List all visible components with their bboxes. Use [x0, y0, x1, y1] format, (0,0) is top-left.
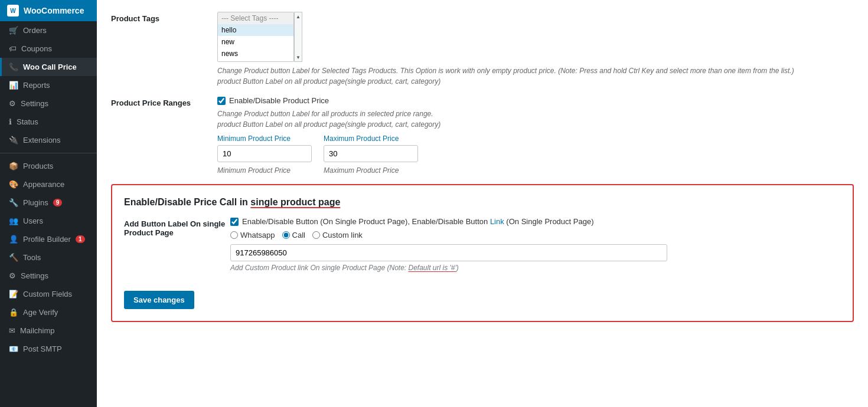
product-price-ranges-field: Enable/Disable Product Price Change Prod…: [217, 96, 854, 175]
sidebar-item-profile-builder[interactable]: 👤 Profile Builder 1: [0, 230, 97, 248]
single-product-title-underline: single product page: [250, 197, 340, 207]
coupons-icon: 🏷: [9, 44, 17, 53]
radio-custom-link-label[interactable]: Custom link: [322, 231, 363, 239]
single-product-title: Enable/Disable Price Call in single prod…: [124, 197, 841, 208]
tag-news-option[interactable]: news: [218, 48, 293, 60]
enable-disable-button-label: Enable/Disable Button (On Single Product…: [242, 217, 593, 226]
sidebar-item-orders[interactable]: 🛒 Orders: [0, 21, 97, 40]
content-area: Product Tags --- Select Tags ---- hello …: [97, 0, 868, 407]
plugins-icon: 🔧: [9, 198, 18, 207]
select-placeholder-option[interactable]: --- Select Tags ----: [218, 12, 293, 24]
max-price-input[interactable]: [324, 145, 418, 162]
add-button-section-label: Add Button Label On single Product Page: [124, 217, 230, 237]
sidebar-item-age-verify[interactable]: 🔒 Age Verify: [0, 303, 97, 321]
add-button-label-row: Add Button Label On single Product Page …: [124, 217, 841, 272]
save-changes-button[interactable]: Save changes: [124, 291, 194, 309]
users-icon: 👥: [9, 216, 18, 225]
tag-hello-option[interactable]: hello: [218, 24, 293, 36]
select-tags-list[interactable]: --- Select Tags ---- hello new news: [217, 12, 294, 62]
profile-builder-icon: 👤: [9, 235, 18, 244]
sidebar-item-coupons[interactable]: 🏷 Coupons: [0, 40, 97, 58]
radio-call: Call: [282, 231, 305, 239]
enable-disable-button-row: Enable/Disable Button (On Single Product…: [230, 217, 841, 226]
reports-icon: 📊: [9, 81, 18, 90]
select-tags-container: --- Select Tags ---- hello new news ▲ ▼: [217, 12, 854, 62]
sidebar-item-extensions[interactable]: 🔌 Extensions: [0, 131, 97, 149]
enable-disable-button-checkbox[interactable]: [230, 218, 239, 226]
sidebar: W WooCommerce 🛒 Orders 🏷 Coupons 📞 Woo C…: [0, 0, 97, 407]
radio-options-row: Whatsapp Call Custom link: [230, 231, 841, 239]
single-product-title-text: Enable/Disable Price Call in single prod…: [124, 197, 340, 207]
woo-call-price-icon: 📞: [9, 63, 18, 71]
radio-whatsapp-input[interactable]: [230, 231, 238, 239]
plugins-badge: 9: [53, 199, 63, 206]
sidebar-item-status[interactable]: ℹ Status: [0, 113, 97, 131]
max-price-group: Maximum Product Price Maximum Product Pr…: [324, 134, 418, 175]
sidebar-item-woo-call-price[interactable]: 📞 Woo Call Price: [0, 58, 97, 76]
add-button-section-field: Enable/Disable Button (On Single Product…: [230, 217, 841, 272]
price-inputs-container: Minimum Product Price Minimum Product Pr…: [217, 134, 854, 175]
settings2-icon: ⚙: [9, 271, 16, 280]
sidebar-item-custom-fields[interactable]: 📝 Custom Fields: [0, 285, 97, 303]
sidebar-item-reports[interactable]: 📊 Reports: [0, 76, 97, 94]
sidebar-header[interactable]: W WooCommerce: [0, 0, 97, 21]
radio-whatsapp: Whatsapp: [230, 231, 275, 239]
status-icon: ℹ: [9, 117, 12, 126]
settings-icon: ⚙: [9, 99, 16, 108]
min-price-hint: Minimum Product Price: [217, 166, 312, 175]
sidebar-item-settings[interactable]: ⚙ Settings: [0, 94, 97, 113]
max-price-hint: Maximum Product Price: [324, 166, 418, 175]
link-text-label: Link: [490, 217, 504, 226]
min-price-group: Minimum Product Price Minimum Product Pr…: [217, 134, 312, 175]
woocommerce-icon: W: [7, 5, 19, 17]
product-tags-row: Product Tags --- Select Tags ---- hello …: [111, 12, 854, 87]
orders-icon: 🛒: [9, 26, 18, 35]
product-tags-field: --- Select Tags ---- hello new news ▲ ▼ …: [217, 12, 854, 87]
post-smtp-icon: 📧: [9, 344, 18, 353]
phone-hint-text: Add Custom Product link On single Produc…: [230, 264, 841, 272]
sidebar-item-users[interactable]: 👥 Users: [0, 212, 97, 230]
price-ranges-checkbox[interactable]: [217, 97, 226, 105]
tags-scrollbar[interactable]: ▲ ▼: [294, 12, 302, 62]
max-price-label: Maximum Product Price: [324, 134, 418, 143]
tag-new-option[interactable]: new: [218, 36, 293, 48]
main-content: Product Tags --- Select Tags ---- hello …: [97, 0, 868, 407]
sidebar-item-appearance[interactable]: 🎨 Appearance: [0, 175, 97, 193]
radio-call-input[interactable]: [282, 231, 290, 239]
products-icon: 📦: [9, 162, 18, 170]
product-price-ranges-label: Product Price Ranges: [111, 96, 217, 107]
sidebar-item-mailchimp[interactable]: ✉ Mailchimp: [0, 321, 97, 340]
age-verify-icon: 🔒: [9, 308, 18, 317]
sidebar-brand-name: WooCommerce: [24, 6, 84, 15]
radio-custom-link-input[interactable]: [312, 231, 320, 239]
tools-icon: 🔨: [9, 253, 18, 262]
min-price-input[interactable]: [217, 145, 312, 162]
phone-number-input[interactable]: [230, 244, 667, 261]
custom-fields-icon: 📝: [9, 290, 18, 298]
sidebar-item-tools[interactable]: 🔨 Tools: [0, 248, 97, 267]
sidebar-item-post-smtp[interactable]: 📧 Post SMTP: [0, 340, 97, 358]
sidebar-item-products[interactable]: 📦 Products: [0, 157, 97, 175]
product-tags-description: Change Product button Label for Selected…: [217, 65, 854, 87]
radio-whatsapp-label[interactable]: Whatsapp: [240, 231, 275, 239]
scroll-up-arrow[interactable]: ▲: [294, 12, 302, 21]
single-product-section: Enable/Disable Price Call in single prod…: [111, 184, 854, 322]
min-price-label: Minimum Product Price: [217, 134, 312, 143]
sidebar-item-plugins[interactable]: 🔧 Plugins 9: [0, 193, 97, 212]
appearance-icon: 🎨: [9, 180, 18, 189]
extensions-icon: 🔌: [9, 136, 18, 145]
product-tags-label: Product Tags: [111, 12, 217, 23]
sidebar-item-settings2[interactable]: ⚙ Settings: [0, 267, 97, 285]
default-url-hint: Default url is '#': [408, 264, 456, 272]
mailchimp-icon: ✉: [9, 326, 15, 335]
product-price-ranges-row: Product Price Ranges Enable/Disable Prod…: [111, 96, 854, 175]
scroll-down-arrow[interactable]: ▼: [294, 53, 302, 61]
price-ranges-checkbox-label[interactable]: Enable/Disable Product Price: [229, 96, 329, 105]
radio-call-label[interactable]: Call: [292, 231, 305, 239]
price-ranges-checkbox-row: Enable/Disable Product Price: [217, 96, 854, 105]
radio-custom-link: Custom link: [312, 231, 363, 239]
price-ranges-description: Change Product button Label for all prod…: [217, 109, 854, 130]
profile-builder-badge: 1: [76, 235, 85, 243]
